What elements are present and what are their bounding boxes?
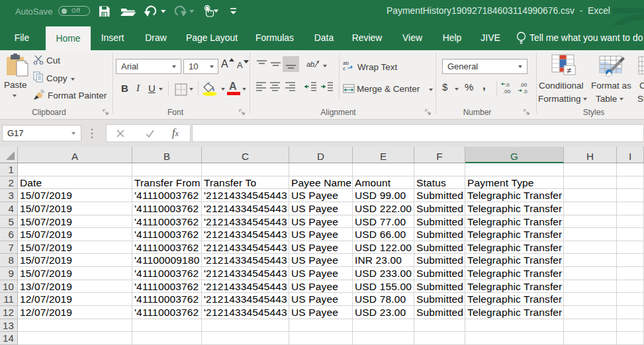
svg-text:.00: .00 [520, 82, 528, 88]
svg-text:≠: ≠ [567, 65, 571, 75]
svg-text:.0: .0 [523, 89, 528, 95]
svg-text:c: c [343, 65, 345, 71]
svg-text:ab: ab [306, 60, 314, 68]
svg-text:.00: .00 [503, 89, 511, 95]
svg-text:.0: .0 [505, 82, 510, 88]
